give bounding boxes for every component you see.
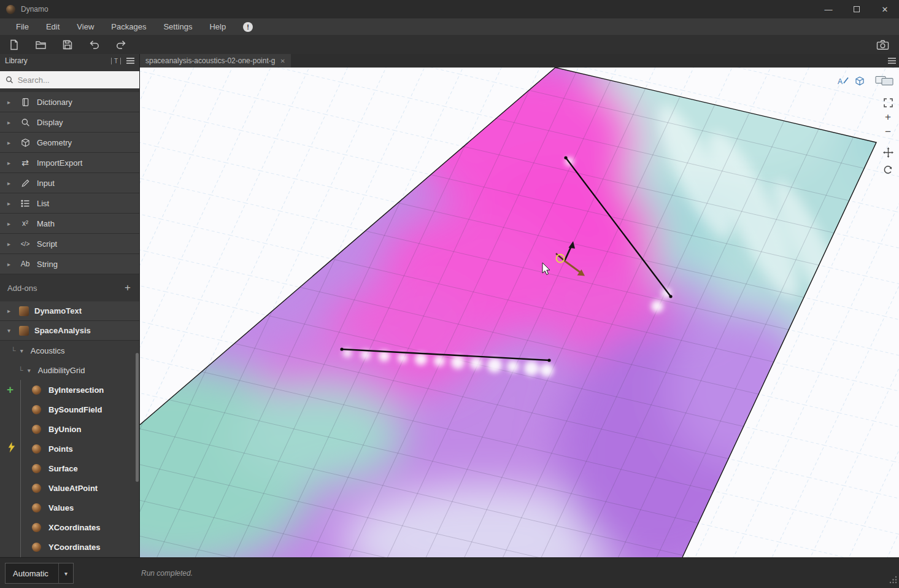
menu-packages[interactable]: Packages bbox=[102, 18, 155, 35]
chevron-right-icon[interactable]: ▸ bbox=[7, 119, 14, 126]
library-category-geometry[interactable]: ▸ Geometry bbox=[0, 133, 139, 153]
menu-view[interactable]: View bbox=[68, 18, 102, 35]
tree-subcategory-audibilitygrid[interactable]: └ ▾ AudibilityGrid bbox=[0, 360, 139, 380]
chevron-down-icon[interactable]: ▾ bbox=[28, 367, 34, 374]
package-spaceanalysis[interactable]: ▾ SpaceAnalysis bbox=[0, 321, 139, 341]
undo-button[interactable] bbox=[88, 39, 100, 50]
library-category-string[interactable]: ▸ Ab String bbox=[0, 254, 139, 274]
library-category-display[interactable]: ▸ Display bbox=[0, 112, 139, 133]
library-node-points[interactable]: Points bbox=[0, 439, 139, 458]
view-controls: + − bbox=[880, 95, 896, 177]
chevron-down-icon[interactable]: ▾ bbox=[20, 347, 26, 354]
math-icon: x² bbox=[19, 219, 31, 228]
library-category-input[interactable]: ▸ Input bbox=[0, 173, 139, 193]
minimize-icon: — bbox=[825, 5, 833, 14]
export-image-camera-button[interactable] bbox=[876, 39, 889, 50]
library-header: Library T bbox=[0, 54, 139, 68]
save-button[interactable] bbox=[62, 39, 73, 50]
window-controls: — ✕ bbox=[814, 0, 899, 18]
node-icon bbox=[32, 405, 41, 414]
node-icon bbox=[32, 503, 41, 513]
library-category-list[interactable]: ▸ List bbox=[0, 193, 139, 214]
close-button[interactable]: ✕ bbox=[871, 0, 899, 18]
tree-elbow-icon: └ bbox=[11, 347, 16, 354]
maximize-button[interactable] bbox=[843, 0, 871, 18]
notifications-icon[interactable]: ! bbox=[243, 22, 253, 32]
zoom-fit-button[interactable] bbox=[880, 95, 896, 110]
input-pencil-icon bbox=[19, 179, 31, 188]
menu-edit[interactable]: Edit bbox=[37, 18, 68, 35]
library-node-surface[interactable]: Surface bbox=[0, 458, 139, 478]
library-title: Library bbox=[5, 56, 28, 65]
menu-help[interactable]: Help bbox=[201, 18, 234, 35]
library-node-xcoordinates[interactable]: XCoordinates bbox=[0, 517, 139, 537]
search-input[interactable] bbox=[18, 75, 134, 85]
library-category-math[interactable]: ▸ x² Math bbox=[0, 214, 139, 234]
chevron-down-icon[interactable]: ▾ bbox=[7, 327, 14, 334]
tree-elbow-icon: └ bbox=[18, 366, 23, 374]
dynamo-logo-icon bbox=[6, 5, 15, 14]
run-mode-select[interactable]: Automatic ▾ bbox=[5, 563, 74, 584]
library-node-values[interactable]: Values bbox=[0, 498, 139, 517]
node-icon bbox=[32, 425, 41, 434]
chevron-right-icon[interactable]: ▸ bbox=[7, 220, 14, 227]
tree-category-acoustics[interactable]: └ ▾ Acoustics bbox=[0, 341, 139, 360]
chevron-right-icon[interactable]: ▸ bbox=[7, 261, 14, 268]
library-node-valueatpoint[interactable]: ValueAtPoint bbox=[0, 478, 139, 498]
chevron-right-icon[interactable]: ▸ bbox=[7, 160, 14, 166]
chevron-down-icon: ▾ bbox=[58, 563, 73, 583]
library-menu-icon[interactable] bbox=[126, 58, 134, 64]
library-node-byunion[interactable]: ByUnion bbox=[0, 419, 139, 439]
library-category-importexport[interactable]: ▸ ⇄ ImportExport bbox=[0, 153, 139, 173]
geometry-preview-toggle-icon[interactable] bbox=[855, 76, 865, 88]
library-node-byintersection[interactable]: ByIntersection bbox=[0, 380, 139, 400]
toolbar bbox=[0, 35, 899, 54]
add-node-plus-icon: + bbox=[7, 383, 14, 397]
background-preview-3d[interactable]: A + − bbox=[140, 68, 899, 557]
view-layout-toggle-icon[interactable] bbox=[875, 75, 893, 88]
zoom-out-button[interactable]: − bbox=[880, 125, 896, 139]
library-category-script[interactable]: ▸ </> Script bbox=[0, 234, 139, 254]
tab-close-icon[interactable]: ✕ bbox=[280, 58, 285, 64]
node-icon bbox=[32, 543, 41, 552]
menu-file[interactable]: File bbox=[7, 18, 37, 35]
workspace-menu-icon[interactable] bbox=[888, 58, 896, 64]
library-filter-icon[interactable]: T bbox=[111, 58, 121, 64]
package-dynamotext[interactable]: ▸ DynamoText bbox=[0, 301, 139, 321]
library-scrollbar[interactable] bbox=[136, 353, 139, 482]
tab-title: spaceanalysis-acoustics-02-one-point-g bbox=[145, 56, 275, 65]
redo-button[interactable] bbox=[115, 39, 127, 50]
lightning-icon bbox=[7, 442, 15, 455]
chevron-right-icon[interactable]: ▸ bbox=[7, 308, 14, 314]
title-bar: Dynamo — ✕ bbox=[0, 0, 899, 18]
open-file-button[interactable] bbox=[35, 39, 47, 50]
viewport-3d[interactable] bbox=[140, 68, 899, 557]
close-icon: ✕ bbox=[882, 5, 889, 14]
run-status-text: Run completed. bbox=[141, 569, 193, 578]
resize-grip[interactable] bbox=[889, 575, 897, 586]
node-icon bbox=[32, 523, 41, 532]
zoom-in-button[interactable]: + bbox=[880, 110, 896, 125]
script-icon: </> bbox=[19, 241, 31, 247]
node-icon bbox=[32, 444, 41, 454]
chevron-right-icon[interactable]: ▸ bbox=[7, 200, 14, 207]
add-package-button[interactable]: + bbox=[125, 282, 131, 294]
new-file-button[interactable] bbox=[9, 39, 20, 50]
package-icon bbox=[19, 326, 29, 336]
chevron-right-icon[interactable]: ▸ bbox=[7, 99, 14, 106]
preview-toggle-group: A bbox=[837, 75, 865, 88]
pan-button[interactable] bbox=[880, 145, 896, 160]
orbit-button[interactable] bbox=[880, 163, 896, 177]
annotation-toggle-icon[interactable]: A bbox=[837, 75, 849, 88]
chevron-right-icon[interactable]: ▸ bbox=[7, 139, 14, 146]
library-node-ycoordinates[interactable]: YCoordinates bbox=[0, 537, 139, 557]
chevron-right-icon[interactable]: ▸ bbox=[7, 180, 14, 187]
library-node-bysoundfield[interactable]: BySoundField bbox=[0, 400, 139, 419]
node-icon bbox=[32, 464, 41, 473]
library-category-dictionary[interactable]: ▸ Dictionary bbox=[0, 92, 139, 112]
node-icon bbox=[32, 484, 41, 493]
minimize-button[interactable]: — bbox=[814, 0, 843, 18]
menu-settings[interactable]: Settings bbox=[155, 18, 201, 35]
workspace-tab[interactable]: spaceanalysis-acoustics-02-one-point-g ✕ bbox=[140, 54, 291, 68]
chevron-right-icon[interactable]: ▸ bbox=[7, 241, 14, 247]
